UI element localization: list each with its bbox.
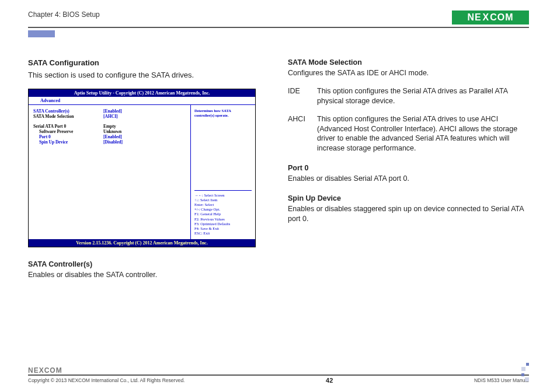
footer-page-number: 42 — [326, 377, 333, 384]
bios-key-line: F3: Optimized Defaults — [194, 222, 252, 226]
left-column: SATA Configuration This section is used … — [28, 58, 269, 280]
definition-term: IDE — [288, 86, 317, 106]
bios-key-line: ↑↓: Select Item — [194, 198, 252, 202]
definition-desc: This option configures the Serial ATA dr… — [317, 114, 529, 154]
bios-key-line: ESC: Exit — [194, 231, 252, 236]
bios-panel: Aptio Setup Utility - Copyright (C) 2012… — [28, 89, 256, 247]
bios-settings-pane: SATA Controller(s)[Enabled] SATA Mode Se… — [29, 105, 191, 239]
subtext-sata-controllers: Enables or disables the SATA controller. — [28, 270, 269, 280]
bios-key: SATA Mode Selection — [33, 114, 103, 119]
bios-key-line: Enter: Select — [194, 202, 252, 207]
bios-footer-bar: Version 2.15.1236. Copyright (C) 2012 Am… — [29, 239, 255, 247]
logo-x: X — [482, 12, 490, 23]
header-divider — [28, 27, 529, 28]
subtext-spinup: Enables or disables staggered spin up on… — [288, 204, 529, 224]
bios-val: [Enabled] — [103, 134, 122, 139]
definition-term: AHCI — [288, 114, 317, 154]
page-footer: NEXCOM Copyright © 2013 NEXCOM Internati… — [28, 366, 529, 384]
subheading-sata-mode: SATA Mode Selection — [288, 58, 529, 66]
bios-row[interactable]: Port 0[Enabled] — [33, 134, 186, 139]
bios-key: Software Preserve — [33, 129, 103, 134]
footer-logo: NEXCOM — [28, 366, 529, 374]
bios-row[interactable]: SATA Controller(s)[Enabled] — [33, 108, 186, 114]
bios-val: [Disabled] — [103, 139, 123, 145]
section-intro: This section is used to configure the SA… — [28, 71, 269, 79]
bios-help-pane: Determines how SATA controller(s) operat… — [191, 105, 255, 239]
bios-key-line: F2: Previous Values — [194, 217, 252, 222]
definition-row-ide: IDE This option configures the Serial AT… — [288, 86, 529, 106]
bios-key: Serial ATA Port 0 — [33, 124, 103, 129]
bios-key-line: F1: General Help — [194, 212, 252, 216]
page-tab-stub — [28, 30, 55, 37]
section-title-sata-config: SATA Configuration — [28, 58, 269, 67]
bios-key: Spin Up Device — [33, 139, 103, 145]
subheading-spinup: Spin Up Device — [288, 194, 529, 202]
footer-squares-icon — [521, 363, 529, 384]
bios-key-line: F4: Save & Exit — [194, 226, 252, 231]
chapter-label: Chapter 4: BIOS Setup — [28, 10, 100, 19]
bios-row: Software PreserveUnknown — [33, 129, 186, 134]
bios-tab-advanced[interactable]: Advanced — [40, 98, 60, 103]
bios-val: Unknown — [103, 129, 121, 134]
definition-desc: This option configures the Serial ATA dr… — [317, 86, 529, 106]
bios-val: Empty — [103, 124, 116, 129]
bios-row[interactable]: SATA Mode Selection[AHCI] — [33, 114, 186, 119]
bios-key: SATA Controller(s) — [33, 108, 103, 114]
bios-row: Serial ATA Port 0Empty — [33, 124, 186, 129]
definition-row-ahci: AHCI This option configures the Serial A… — [288, 114, 529, 154]
bios-key-legend: →←: Select Screen ↑↓: Select Item Enter:… — [194, 190, 252, 236]
bios-val: [AHCI] — [103, 114, 118, 119]
right-column: SATA Mode Selection Configures the SATA … — [288, 58, 529, 280]
subtext-port0: Enables or disables Serial ATA port 0. — [288, 174, 529, 184]
bios-key-line: +/-: Change Opt. — [194, 207, 252, 212]
bios-key-line: →←: Select Screen — [194, 193, 252, 198]
logo-suffix: COM — [490, 12, 513, 23]
subtext-sata-mode: Configures the SATA as IDE or AHCI mode. — [288, 68, 529, 78]
brand-logo: NE X COM — [452, 10, 529, 24]
bios-key: Port 0 — [33, 134, 103, 139]
bios-title-bar: Aptio Setup Utility - Copyright (C) 2012… — [29, 89, 255, 97]
footer-copyright: Copyright © 2013 NEXCOM International Co… — [28, 377, 184, 383]
logo-prefix: NE — [467, 12, 481, 23]
bios-tab-row: Advanced — [29, 97, 255, 105]
subheading-sata-controllers: SATA Controller(s) — [28, 260, 269, 268]
bios-row[interactable]: Spin Up Device[Disabled] — [33, 139, 186, 145]
footer-divider — [28, 374, 529, 376]
bios-help-text: Determines how SATA controller(s) operat… — [194, 108, 252, 118]
bios-val: [Enabled] — [103, 108, 122, 114]
subheading-port0: Port 0 — [288, 164, 529, 172]
